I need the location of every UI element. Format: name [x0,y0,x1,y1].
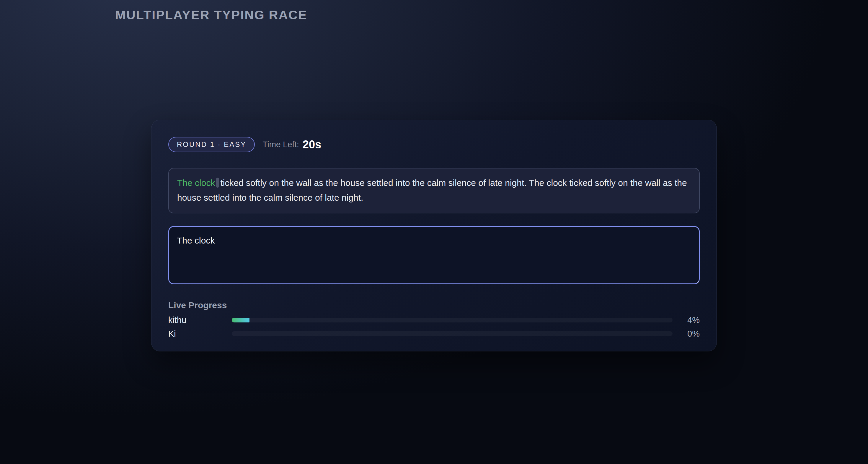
player-name: Ki [168,329,232,339]
player-percent: 0% [679,329,700,339]
passage-box: The clock ticked softly on the wall as t… [168,168,700,213]
passage-typed-text: The clock [177,178,215,188]
app-background: { "app": { "title": "MULTIPLAYER TYPING … [0,0,868,464]
page-title: MULTIPLAYER TYPING RACE [115,8,307,22]
live-progress-heading: Live Progress [168,300,700,310]
progress-row: Ki 0% [168,329,700,338]
progress-track [232,331,673,336]
player-percent: 4% [679,315,700,325]
card-header: ROUND 1 · EASY Time Left: 20s [168,137,700,152]
round-badge: ROUND 1 · EASY [168,137,255,152]
race-card: ROUND 1 · EASY Time Left: 20s The clock … [151,120,717,351]
player-name: kithu [168,315,232,325]
progress-track [232,318,673,322]
time-left-value: 20s [303,138,321,151]
progress-rows: kithu 4% Ki 0% [168,316,700,338]
time-left-label: Time Left: [262,140,299,149]
progress-row: kithu 4% [168,316,700,324]
passage-remaining-text: ticked softly on the wall as the house s… [177,178,687,202]
typing-cursor [216,178,219,188]
progress-fill [232,318,249,322]
typing-input[interactable]: The clock [168,226,700,284]
